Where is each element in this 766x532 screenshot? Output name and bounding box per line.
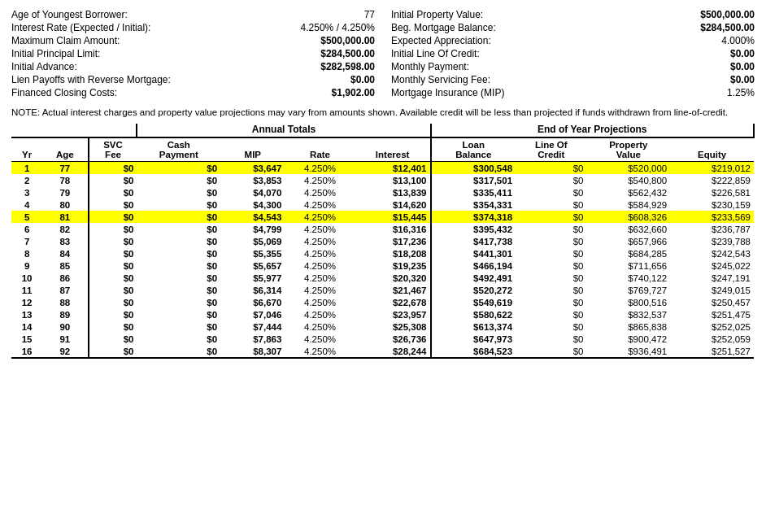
col-header-4: MIP (220, 137, 285, 162)
table-row: 1288$0$0$6,6704.250%$22,678$549,619$0$80… (11, 296, 754, 308)
table-cell: 8 (11, 247, 42, 259)
table-cell: $684,523 (431, 345, 516, 358)
info-label: Beg. Mortgage Balance: (391, 22, 496, 33)
table-cell: $252,059 (670, 333, 754, 345)
info-row: Interest Rate (Expected / Initial):4.250… (11, 21, 375, 34)
table-cell: $492,491 (431, 272, 516, 284)
table-cell: $584,929 (586, 198, 670, 211)
table-cell: $417,738 (431, 235, 516, 247)
table-cell: $0 (137, 174, 220, 186)
table-cell: $0 (89, 296, 137, 308)
info-row: Initial Advance:$282,598.00 (11, 60, 375, 73)
table-cell: 2 (11, 174, 42, 186)
table-cell: $647,973 (431, 333, 516, 345)
table-cell: 81 (42, 211, 88, 223)
projections-table: Annual Totals End of Year Projections Yr… (11, 124, 755, 359)
table-cell: $3,853 (220, 174, 285, 186)
table-cell: $0 (89, 198, 137, 211)
info-value: 1.25% (727, 87, 755, 98)
info-label: Initial Line Of Credit: (391, 48, 480, 59)
info-label: Initial Property Value: (391, 9, 483, 20)
table-cell: $13,839 (355, 186, 431, 198)
table-cell: $222,859 (670, 174, 754, 186)
table-cell: 4.250% (285, 223, 355, 235)
table-row: 480$0$0$4,3004.250%$14,620$354,331$0$584… (11, 198, 754, 211)
table-cell: $0 (89, 345, 137, 358)
table-cell: $251,527 (670, 345, 754, 358)
table-cell: $0 (89, 308, 137, 321)
table-cell: $4,543 (220, 211, 285, 223)
table-cell: 4.250% (285, 321, 355, 333)
table-cell: $0 (137, 308, 220, 321)
table-cell: $7,444 (220, 321, 285, 333)
table-cell: $13,100 (355, 174, 431, 186)
table-cell: $251,475 (670, 308, 754, 321)
table-cell: $466,194 (431, 259, 516, 272)
table-row: 1490$0$0$7,4444.250%$25,308$613,374$0$86… (11, 321, 754, 333)
table-cell: 7 (11, 235, 42, 247)
table-cell: $0 (137, 333, 220, 345)
table-cell: $239,788 (670, 235, 754, 247)
table-cell: $0 (89, 186, 137, 198)
table-cell: $0 (89, 272, 137, 284)
table-cell: 79 (42, 186, 88, 198)
table-cell: $0 (516, 284, 586, 296)
table-cell: 15 (11, 333, 42, 345)
table-cell: $5,657 (220, 259, 285, 272)
table-cell: $7,863 (220, 333, 285, 345)
table-cell: $520,000 (586, 162, 670, 175)
info-value: $282,598.00 (320, 61, 375, 72)
table-cell: $520,272 (431, 284, 516, 296)
eoy-header: End of Year Projections (431, 124, 754, 137)
table-cell: 80 (42, 198, 88, 211)
table-cell: $549,619 (431, 296, 516, 308)
table-cell: $0 (516, 198, 586, 211)
table-cell: $20,320 (355, 272, 431, 284)
info-label: Monthly Servicing Fee: (391, 74, 490, 85)
table-cell: 11 (11, 284, 42, 296)
table-cell: 4.250% (285, 247, 355, 259)
table-cell: $0 (137, 321, 220, 333)
table-cell: 4.250% (285, 235, 355, 247)
info-label: Interest Rate (Expected / Initial): (11, 22, 150, 33)
table-cell: $250,457 (670, 296, 754, 308)
table-cell: 4.250% (285, 186, 355, 198)
table-cell: $6,670 (220, 296, 285, 308)
table-cell: $832,537 (586, 308, 670, 321)
info-value: 4.250% / 4.250% (301, 22, 375, 33)
table-cell: $0 (516, 259, 586, 272)
info-value: 77 (364, 9, 375, 20)
table-cell: $800,516 (586, 296, 670, 308)
table-cell: 6 (11, 223, 42, 235)
table-row: 884$0$0$5,3554.250%$18,208$441,301$0$684… (11, 247, 754, 259)
table-cell: $0 (137, 272, 220, 284)
col-header-2: SVCFee (89, 137, 137, 162)
info-row: Initial Property Value:$500,000.00 (391, 8, 755, 21)
table-cell: 4.250% (285, 211, 355, 223)
table-cell: 4.250% (285, 333, 355, 345)
table-cell: 5 (11, 211, 42, 223)
info-value: $0.00 (730, 74, 755, 85)
table-cell: $740,122 (586, 272, 670, 284)
table-cell: $632,660 (586, 223, 670, 235)
info-row: Lien Payoffs with Reverse Mortgage:$0.00 (11, 73, 375, 86)
table-cell: $249,015 (670, 284, 754, 296)
info-value: $0.00 (350, 74, 375, 85)
col-header-10: Equity (670, 137, 754, 162)
table-cell: $4,300 (220, 198, 285, 211)
table-cell: 13 (11, 308, 42, 321)
info-value: $0.00 (730, 48, 755, 59)
info-grid: Age of Youngest Borrower:77Interest Rate… (11, 8, 755, 99)
table-cell: $15,445 (355, 211, 431, 223)
table-row: 985$0$0$5,6574.250%$19,235$466,194$0$711… (11, 259, 754, 272)
table-cell: $0 (137, 235, 220, 247)
table-row: 379$0$0$4,0704.250%$13,839$335,411$0$562… (11, 186, 754, 198)
table-cell: 4 (11, 198, 42, 211)
table-cell: 89 (42, 308, 88, 321)
table-cell: $0 (516, 162, 586, 175)
info-right: Initial Property Value:$500,000.00Beg. M… (391, 8, 755, 99)
table-cell: 14 (11, 321, 42, 333)
table-cell: $14,620 (355, 198, 431, 211)
info-value: $284,500.00 (700, 22, 755, 33)
table-cell: $5,069 (220, 235, 285, 247)
